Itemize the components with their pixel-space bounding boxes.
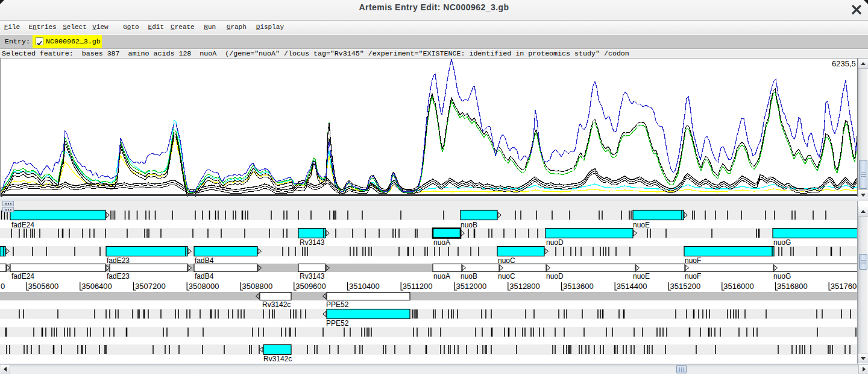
svg-text:3505600: 3505600 [28,282,59,291]
svg-text:Rv3143: Rv3143 [300,272,325,280]
svg-text:nuoD: nuoD [546,272,564,280]
svg-text:3514400: 3514400 [617,282,647,291]
svg-text:3506400: 3506400 [81,282,112,291]
svg-text:nuoE: nuoE [633,272,650,280]
svg-text:3513600: 3513600 [563,282,594,291]
svg-text:Rv3143: Rv3143 [300,238,325,247]
svg-text:nuoB: nuoB [461,221,477,229]
svg-text:fadE23: fadE23 [107,272,130,280]
svg-text:nuoF: nuoF [685,272,701,280]
svg-text:3509600: 3509600 [295,282,326,291]
svg-text:nuoG: nuoG [773,272,791,280]
svg-text:nuoC: nuoC [498,256,515,265]
svg-text:PPE52: PPE52 [326,300,349,309]
svg-text:Rv3142c: Rv3142c [263,355,292,363]
svg-text:nuoG: nuoG [773,238,791,247]
svg-text:nuoB: nuoB [461,272,477,280]
svg-text:PPE52: PPE52 [326,319,349,328]
svg-text:3508000: 3508000 [189,282,219,291]
svg-text:3516800: 3516800 [777,282,808,291]
svg-text:0: 0 [1,282,5,291]
svg-text:3516000: 3516000 [723,282,754,291]
svg-text:3517600: 3517600 [831,282,857,291]
svg-text:nuoC: nuoC [498,272,515,280]
svg-text:fadB4: fadB4 [195,272,214,280]
svg-text:3515200: 3515200 [670,282,701,291]
svg-text:3512800: 3512800 [509,282,540,291]
svg-text:3510400: 3510400 [349,282,380,291]
svg-text:3508800: 3508800 [242,282,273,291]
svg-text:fadE24: fadE24 [11,272,34,280]
svg-text:nuoD: nuoD [546,238,564,247]
svg-text:nuoE: nuoE [633,221,650,229]
svg-text:3507200: 3507200 [135,282,166,291]
svg-text:Rv3142c: Rv3142c [262,300,291,309]
svg-text:3512000: 3512000 [456,282,487,291]
svg-text:fadB4: fadB4 [195,256,214,265]
svg-text:nuoA: nuoA [433,238,450,247]
svg-text:3511200: 3511200 [403,282,433,291]
svg-text:fadE24: fadE24 [11,221,34,229]
svg-text:fadE23: fadE23 [107,256,130,265]
svg-text:nuoA: nuoA [433,272,450,280]
svg-text:nuoF: nuoF [685,256,701,265]
